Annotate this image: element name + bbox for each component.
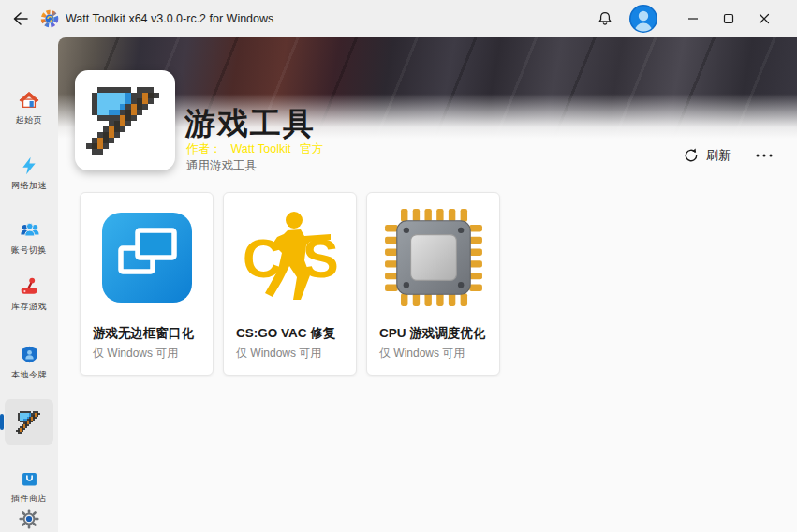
sidebar-item-game-library[interactable]: 库存游戏 [0, 276, 58, 313]
tool-card-subtitle: 仅 Windows 可用 [236, 346, 321, 362]
pack-description: 通用游戏工具 [186, 158, 257, 174]
sidebar-label: 起始页 [0, 114, 58, 126]
user-avatar[interactable] [628, 4, 658, 34]
csgo-logo-icon: C S [241, 208, 340, 307]
bell-icon[interactable] [596, 9, 614, 28]
home-icon [0, 90, 58, 111]
sidebar-label: 插件商店 [0, 493, 58, 505]
tool-card-cpu-scheduler[interactable]: CPU 游戏调度优化 仅 Windows 可用 [366, 192, 500, 376]
tool-card-csgo-vac-fix[interactable]: C S CS:GO VAC 修复 仅 Windows 可用 [223, 192, 357, 376]
people-icon [0, 220, 58, 241]
tool-card-title: CS:GO VAC 修复 [236, 325, 335, 342]
back-button[interactable] [11, 10, 30, 27]
tool-card-list: 游戏无边框窗口化 仅 Windows 可用 C S CS:GO VAC 修复 仅… [80, 192, 500, 376]
close-button[interactable] [747, 0, 781, 37]
minimize-button[interactable] [676, 0, 710, 37]
sidebar-item-home[interactable]: 起始页 [0, 90, 58, 126]
sidebar-item-plugin-store[interactable]: 插件商店 [0, 468, 58, 505]
app-window: Watt Toolkit x64 v3.0.0-rc.2 for Windows [0, 0, 797, 532]
sidebar-item-network-accel[interactable]: 网络加速 [0, 155, 58, 192]
borderless-window-icon [97, 208, 197, 307]
shopping-bag-icon [0, 468, 58, 489]
tool-pack-icon-card [75, 70, 175, 170]
joystick-icon [0, 276, 58, 297]
main-content: 游戏工具 作者：Watt Toolkit官方 通用游戏工具 刷新 [58, 37, 797, 532]
sidebar-item-game-tools-selected[interactable] [5, 399, 53, 445]
sidebar-item-settings[interactable]: 设置 [0, 509, 58, 532]
app-logo-icon [39, 8, 60, 29]
sidebar-label: 库存游戏 [0, 301, 58, 313]
sidebar: 起始页 网络加速 账号切换 [0, 37, 58, 532]
sidebar-item-local-token[interactable]: 本地令牌 [0, 345, 58, 381]
settings-gear-icon [0, 509, 58, 529]
tool-card-title: CPU 游戏调度优化 [379, 325, 485, 342]
titlebar-divider [672, 11, 672, 26]
sidebar-label: 本地令牌 [0, 369, 58, 381]
cpu-chip-icon [384, 208, 483, 307]
tool-card-subtitle: 仅 Windows 可用 [93, 346, 178, 362]
refresh-button[interactable]: 刷新 [684, 144, 731, 167]
pixel-axe-icon [86, 87, 165, 155]
tool-card-subtitle: 仅 Windows 可用 [379, 346, 465, 362]
sidebar-label: 账号切换 [0, 244, 58, 257]
window-title: Watt Toolkit x64 v3.0.0-rc.2 for Windows [66, 0, 273, 37]
pixel-axe-icon [16, 411, 42, 434]
maximize-button[interactable] [712, 0, 745, 37]
sidebar-label: 网络加速 [0, 180, 58, 192]
tool-card-title: 游戏无边框窗口化 [93, 325, 194, 342]
more-options-button[interactable] [751, 144, 777, 167]
page-title: 游戏工具 [184, 103, 316, 145]
lightning-icon [0, 155, 58, 176]
refresh-label: 刷新 [706, 147, 731, 164]
sidebar-item-account-switch[interactable]: 账号切换 [0, 220, 58, 257]
refresh-icon [684, 148, 699, 163]
titlebar: Watt Toolkit x64 v3.0.0-rc.2 for Windows [0, 0, 797, 37]
tool-card-borderless-window[interactable]: 游戏无边框窗口化 仅 Windows 可用 [80, 192, 214, 376]
author-line: 作者：Watt Toolkit官方 [186, 141, 323, 157]
ellipsis-icon [755, 153, 774, 158]
shield-person-icon [0, 345, 58, 365]
selection-indicator [0, 414, 4, 430]
